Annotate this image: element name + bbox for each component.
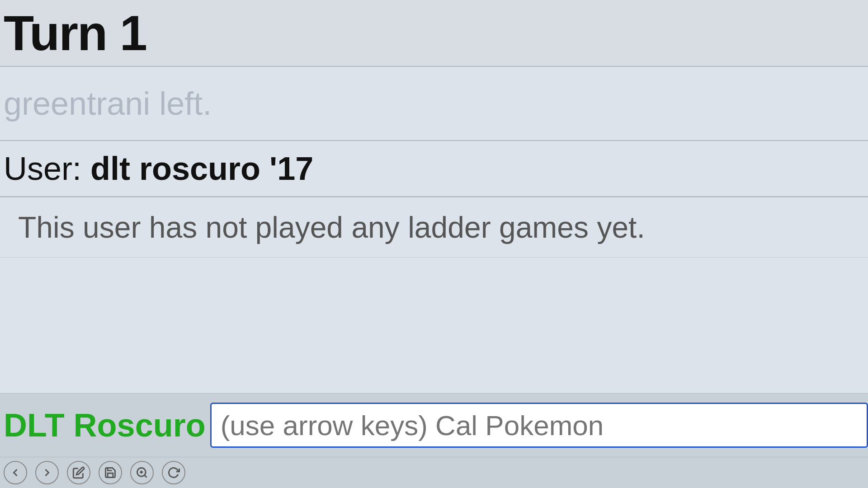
- zoom-icon: [136, 466, 148, 479]
- user-name: dlt roscuro '17: [90, 150, 313, 187]
- edit-icon: [72, 466, 85, 479]
- svg-line-1: [144, 475, 146, 477]
- greentrani-section: greentrani left.: [0, 67, 868, 141]
- no-games-section: This user has not played any ladder game…: [0, 197, 868, 258]
- back-icon: [9, 466, 22, 479]
- turn-header: Turn 1: [0, 0, 868, 67]
- turn-title: Turn 1: [4, 5, 146, 61]
- username-label: DLT Roscuro: [0, 407, 206, 444]
- save-icon-btn[interactable]: [99, 461, 122, 484]
- user-label-text: User:: [4, 150, 90, 187]
- main-container: Turn 1 greentrani left. User: dlt roscur…: [0, 0, 868, 488]
- zoom-icon-btn[interactable]: [130, 461, 154, 484]
- forward-icon: [41, 466, 53, 479]
- chat-input[interactable]: [210, 403, 868, 448]
- forward-icon-btn[interactable]: [35, 461, 59, 484]
- chat-input-wrapper: [210, 403, 868, 448]
- greentrani-text: greentrani left.: [4, 85, 212, 122]
- bottom-bar: DLT Roscuro: [0, 393, 868, 457]
- user-section: User: dlt roscuro '17: [0, 141, 868, 197]
- edit-icon-btn[interactable]: [67, 461, 90, 484]
- save-icon: [104, 466, 117, 479]
- no-games-text: This user has not played any ladder game…: [18, 211, 645, 244]
- icons-bar: [0, 457, 868, 488]
- back-icon-btn[interactable]: [4, 461, 27, 484]
- refresh-icon-btn[interactable]: [162, 461, 185, 484]
- user-label: User: dlt roscuro '17: [4, 150, 313, 187]
- spacer: [0, 258, 868, 393]
- refresh-icon: [167, 466, 180, 479]
